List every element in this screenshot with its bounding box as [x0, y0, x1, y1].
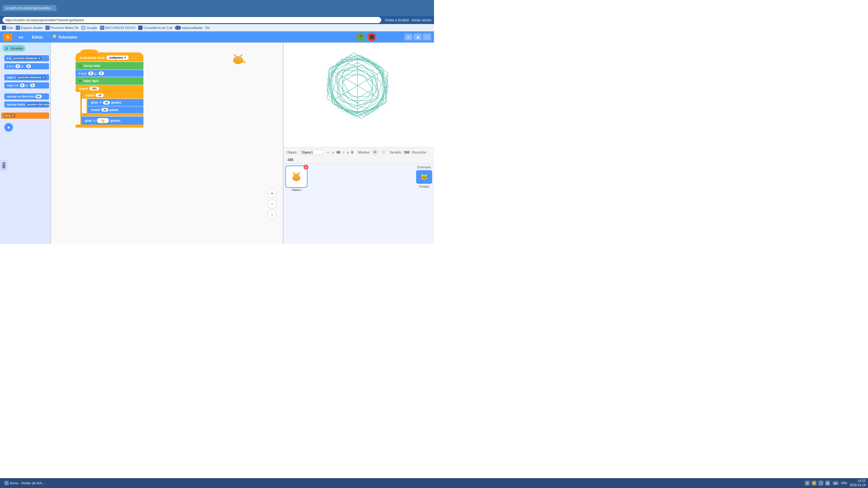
zoom-fit-button[interactable]: ≡: [268, 210, 277, 219]
address-bar[interactable]: https://scratch.mit.edu/projects/editor/…: [2, 17, 381, 23]
sprite-name-input[interactable]: [299, 150, 323, 155]
cat-sprite: [230, 52, 246, 66]
svg-point-7: [239, 58, 240, 59]
repeat-10-block[interactable]: repetir 10 girar ↻ 30 grados: [82, 92, 144, 116]
svg-marker-35: [298, 171, 301, 174]
block-x-input[interactable]: 0: [88, 71, 93, 75]
view-fullscreen-btn[interactable]: ⛶: [423, 34, 431, 40]
unete-link[interactable]: Únete a Scratch: [385, 18, 409, 22]
block-deslizar-aleatoria[interactable]: segs a posición aleatoria ▼: [4, 74, 49, 80]
flag-button[interactable]: 🚩: [356, 33, 365, 41]
nav-tutoriales[interactable]: 💡 Tutoriales: [49, 33, 80, 41]
block-ir-xy[interactable]: ir a x: 0 y: 0: [4, 63, 49, 69]
block-girar-cursor[interactable]: girar ↻ 👆 grados: [82, 117, 144, 125]
zoom-in-button[interactable]: +: [268, 189, 277, 198]
repeat-200-block[interactable]: repetir 200 repetir 10: [75, 85, 144, 128]
block-toria[interactable]: toria ▼: [1, 112, 49, 119]
bookmark-proxecto[interactable]: Proxecto Webs Dir: [45, 26, 79, 30]
svg-point-39: [298, 176, 298, 176]
svg-point-38: [294, 176, 295, 176]
script-blocks: al presionar tecla cualquiera ▼ ✏ borrar…: [75, 49, 144, 128]
bookmark-recursos[interactable]: RECURSOS EDUC/: [100, 26, 136, 30]
block-y-input[interactable]: 0: [99, 71, 104, 75]
block-borrar-todo[interactable]: ✏ borrar todo: [75, 62, 144, 70]
block-ir-posicion[interactable]: ir a posición aleatoria ▼: [4, 55, 49, 61]
y-label: y: [347, 151, 349, 154]
sounds-tab[interactable]: 🔊 Sonidos: [2, 45, 25, 52]
block-circle[interactable]: ●: [4, 123, 13, 132]
view-split-btn[interactable]: ⊞: [404, 34, 412, 40]
escenario-label: Escenario: [417, 166, 431, 169]
show-label: Mostrar: [358, 151, 370, 154]
block-mover-35[interactable]: mover 35 pasos: [88, 106, 144, 113]
scratch-app: S vo Editar 💡 Tutoriales 🚩 ⬛ ⊞ ▣ ⛶ 🔊 Son…: [0, 31, 434, 244]
pencil-icon-2: ✏: [79, 78, 82, 83]
scratch-main: 🔊 Sonidos Ids ir a posición aleatoria ▼ …: [0, 42, 434, 244]
x-value: 68: [337, 151, 340, 154]
zoom-out-button[interactable]: −: [268, 199, 277, 209]
svg-marker-2: [234, 54, 237, 57]
svg-point-8: [238, 60, 239, 60]
repeat-10-input[interactable]: 10: [96, 93, 104, 97]
block-apuntar-dir[interactable]: apuntar en dirección 90: [4, 93, 49, 100]
svg-line-29: [334, 72, 358, 86]
repeat-200-input[interactable]: 200: [89, 87, 99, 90]
browser-navbar: https://scratch.mit.edu/projects/editor/…: [0, 16, 434, 24]
y-value: 0: [351, 151, 353, 154]
blocks-palette: 🔊 Sonidos Ids ir a posición aleatoria ▼ …: [0, 42, 51, 244]
dir-value: -165: [286, 158, 293, 162]
bookmark-google[interactable]: G Google: [81, 26, 97, 30]
bookmark-edu[interactable]: Edu: [2, 26, 13, 30]
browser-tab[interactable]: scratch.mit.edu/projects/editor...: [2, 5, 57, 11]
show-eye-btn[interactable]: 👁: [372, 149, 378, 155]
size-value: 100: [404, 151, 409, 154]
pattern-svg: [308, 49, 407, 135]
turn-cursor-input[interactable]: 👆: [97, 118, 109, 123]
scratch-logo: S: [3, 33, 12, 41]
script-area[interactable]: al presionar tecla cualquiera ▼ ✏ borrar…: [51, 42, 283, 244]
sprite-delete-btn[interactable]: ×: [304, 165, 308, 169]
scratch-topbar: S vo Editar 💡 Tutoriales 🚩 ⬛ ⊞ ▣ ⛶: [0, 31, 434, 42]
stage-canvas: [283, 42, 434, 148]
ghost-eye-btn[interactable]: 👁: [381, 149, 387, 155]
sprite-label: Objeto: [286, 151, 297, 154]
dir-label: Dirección: [412, 151, 426, 154]
view-stage-btn[interactable]: ▣: [414, 34, 422, 40]
size-label: Tamaño: [389, 151, 401, 154]
block-list: ir a posición aleatoria ▼ ir a x: 0 y: 0…: [0, 54, 50, 244]
block-bajar-lapiz[interactable]: ✏ bajar lápiz: [75, 77, 144, 85]
nav-editar[interactable]: Editar: [29, 34, 45, 41]
arrow-x-icon: ↔: [326, 150, 330, 155]
pencil-icon-1: ✏: [79, 64, 82, 68]
view-buttons: ⊞ ▣ ⛶: [404, 34, 431, 40]
arrow-y-icon: ↕: [343, 150, 345, 155]
svg-point-6: [236, 58, 237, 59]
iniciar-sesion-link[interactable]: Iniciar sesión: [412, 18, 432, 22]
stop-button[interactable]: ⬛: [367, 33, 376, 41]
sprite-thumb-objeto1[interactable]: ×: [285, 166, 308, 188]
fondos-label: Fondos: [419, 185, 429, 188]
x-label: x: [332, 151, 334, 154]
ids-label: Ids: [0, 160, 7, 171]
sprite-info-panel: Objeto ↔ x 68 ↕ y 0 Mostrar 👁 👁 Tamaño 1…: [283, 148, 434, 164]
bookmark-espazo-abalar[interactable]: Espazo Abalar: [16, 26, 43, 30]
nav-vo[interactable]: vo: [16, 34, 26, 41]
bookmark-conselleria[interactable]: Consellería de Cult: [138, 26, 173, 30]
svg-marker-34: [292, 171, 295, 174]
zoom-controls: + − ≡: [268, 189, 277, 219]
block-girar-30[interactable]: girar ↻ 30 grados: [88, 99, 144, 106]
rotate-icon-1: ↻: [99, 100, 102, 104]
block-apuntar-raton[interactable]: apuntar hacia puntero del ratón ▼: [4, 101, 49, 107]
turn-30-input[interactable]: 30: [103, 101, 110, 104]
svg-point-40: [296, 177, 297, 177]
block-deslizar-xy[interactable]: segs a x: 0 y: 0: [4, 82, 49, 89]
move-35-input[interactable]: 35: [101, 108, 108, 111]
escenario-btn[interactable]: 🐱: [416, 170, 432, 184]
hat-dropdown[interactable]: cualquiera ▼: [106, 56, 129, 60]
rotate-icon-2: ↻: [93, 119, 96, 123]
block-ir-a[interactable]: ir a x: 0 y: 0: [75, 70, 144, 77]
svg-marker-3: [240, 54, 243, 57]
bookmark-espazoa[interactable]: espazoAbalar : Re: [175, 26, 210, 30]
svg-line-26: [358, 86, 381, 100]
speaker-icon: 🔊: [5, 46, 9, 50]
